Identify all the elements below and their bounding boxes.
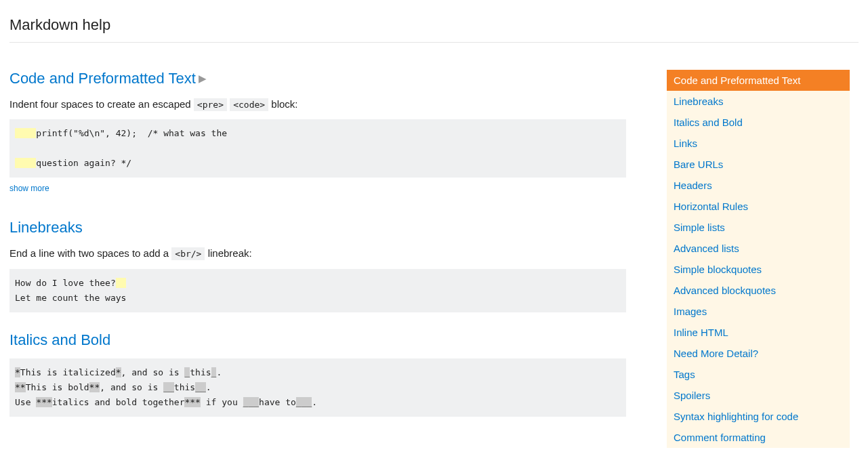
toc-item-2[interactable]: Italics and Bold: [667, 112, 850, 133]
heading-code-preformatted-text: Code and Preformatted Text: [9, 70, 196, 87]
toc-item-0[interactable]: Code and Preformatted Text: [667, 70, 850, 91]
toc-item-12[interactable]: Inline HTML: [667, 322, 850, 343]
toc-item-3[interactable]: Links: [667, 133, 850, 154]
heading-linebreaks-text: Linebreaks: [9, 219, 83, 236]
code-pre-description: Indent four spaces to create an escaped …: [9, 97, 626, 111]
toc-nav: Code and Preformatted TextLinebreaksItal…: [667, 70, 850, 448]
toc-item-8[interactable]: Advanced lists: [667, 238, 850, 259]
heading-italics-bold-text: Italics and Bold: [9, 331, 110, 349]
linebreaks-description: End a line with two spaces to add a <br/…: [9, 246, 626, 260]
toc-item-6[interactable]: Horizontal Rules: [667, 196, 850, 217]
toc-item-13[interactable]: Need More Detail?: [667, 343, 850, 364]
show-more-link[interactable]: show more: [9, 184, 49, 193]
heading-linebreaks[interactable]: Linebreaks: [9, 219, 626, 236]
inline-code-pre: <pre>: [194, 98, 227, 111]
toc-item-16[interactable]: Syntax highlighting for code: [667, 406, 850, 427]
code-block-linebreaks: How do I love thee? Let me count the way…: [9, 269, 626, 312]
toc-item-4[interactable]: Bare URLs: [667, 154, 850, 175]
main-content: Code and Preformatted Text ▶ Indent four…: [9, 70, 626, 421]
toc-sidebar: Code and Preformatted TextLinebreaksItal…: [667, 70, 850, 448]
heading-code-preformatted[interactable]: Code and Preformatted Text ▶: [9, 70, 626, 87]
toc-item-11[interactable]: Images: [667, 301, 850, 322]
toc-item-1[interactable]: Linebreaks: [667, 91, 850, 112]
collapse-icon: ▶: [199, 73, 207, 85]
toc-item-14[interactable]: Tags: [667, 364, 850, 385]
code-block-code-pre: printf("%d\n", 42); /* what was the ques…: [9, 119, 626, 178]
heading-italics-bold[interactable]: Italics and Bold: [9, 331, 626, 349]
toc-item-9[interactable]: Simple blockquotes: [667, 259, 850, 280]
toc-item-5[interactable]: Headers: [667, 175, 850, 196]
toc-item-7[interactable]: Simple lists: [667, 217, 850, 238]
code-block-italics-bold: *This is italicized*, and so is _this_. …: [9, 358, 626, 417]
toc-item-10[interactable]: Advanced blockquotes: [667, 280, 850, 301]
inline-code-br: <br/>: [171, 247, 205, 260]
inline-code-code: <code>: [230, 98, 268, 111]
page-title: Markdown help: [9, 0, 859, 43]
toc-item-15[interactable]: Spoilers: [667, 385, 850, 406]
toc-item-17[interactable]: Comment formatting: [667, 427, 850, 448]
